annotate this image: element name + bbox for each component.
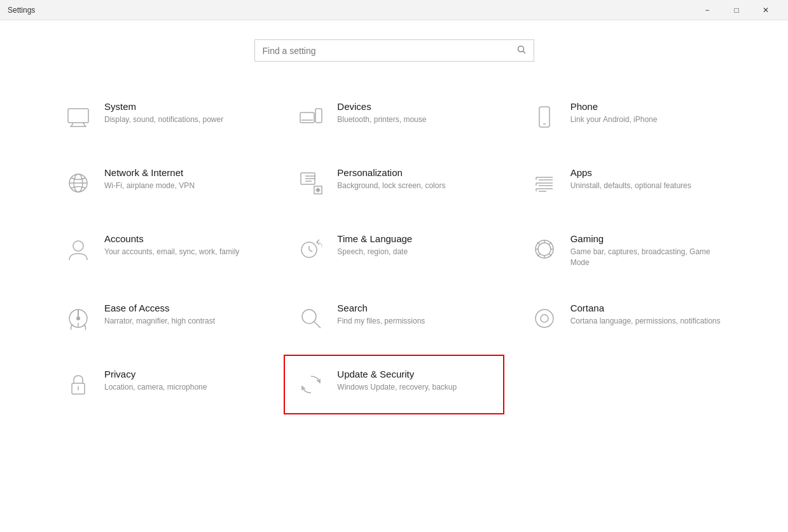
svg-line-4 xyxy=(83,123,85,126)
setting-item-apps[interactable]: Apps Uninstall, defaults, optional featu… xyxy=(517,153,737,213)
setting-desc-update: Windows Update, recovery, backup xyxy=(337,382,492,393)
svg-point-39 xyxy=(541,315,548,322)
setting-item-time[interactable]: Time & Language Speech, region, date xyxy=(284,219,504,282)
setting-desc-gaming: Game bar, captures, broadcasting, Game M… xyxy=(570,247,726,268)
setting-title-network: Network & Internet xyxy=(104,167,259,178)
apps-icon xyxy=(529,167,560,199)
setting-desc-apps: Uninstall, defaults, optional features xyxy=(570,181,726,191)
maximize-button[interactable]: □ xyxy=(722,0,751,20)
setting-item-network[interactable]: Network & Internet Wi-Fi, airplane mode,… xyxy=(51,153,271,213)
setting-text-personalization: Personalization Background, lock screen,… xyxy=(337,167,492,191)
setting-desc-devices: Bluetooth, printers, mouse xyxy=(337,114,492,125)
setting-desc-privacy: Location, camera, microphone xyxy=(104,382,259,393)
setting-title-time: Time & Language xyxy=(337,233,492,244)
window-controls: − □ ✕ xyxy=(693,0,780,20)
minimize-button[interactable]: − xyxy=(693,0,722,20)
cortana-icon xyxy=(529,303,560,334)
setting-item-phone[interactable]: Phone Link your Android, iPhone xyxy=(517,87,737,147)
setting-desc-search: Find my files, permissions xyxy=(337,316,492,327)
settings-grid: System Display, sound, notifications, po… xyxy=(51,87,737,414)
setting-item-ease[interactable]: Ease of Access Narrator, magnifier, high… xyxy=(51,289,271,348)
setting-title-phone: Phone xyxy=(570,101,726,112)
privacy-icon xyxy=(62,369,94,400)
setting-text-time: Time & Language Speech, region, date xyxy=(337,233,492,257)
setting-text-devices: Devices Bluetooth, printers, mouse xyxy=(337,101,492,125)
setting-item-accounts[interactable]: Accounts Your accounts, email, sync, wor… xyxy=(51,219,271,282)
phone-icon xyxy=(529,101,560,133)
search-icon xyxy=(517,45,526,56)
setting-title-devices: Devices xyxy=(337,101,492,112)
setting-text-apps: Apps Uninstall, defaults, optional featu… xyxy=(570,167,726,191)
setting-item-personalization[interactable]: Personalization Background, lock screen,… xyxy=(284,153,504,213)
setting-text-update: Update & Security Windows Update, recove… xyxy=(337,369,492,393)
setting-text-search: Search Find my files, permissions xyxy=(337,303,492,327)
setting-desc-personalization: Background, lock screen, colors xyxy=(337,181,492,191)
search-container xyxy=(51,39,737,62)
time-icon xyxy=(295,233,327,265)
setting-title-privacy: Privacy xyxy=(104,369,259,379)
setting-title-personalization: Personalization xyxy=(337,167,492,178)
svg-line-1 xyxy=(523,51,525,54)
search-input[interactable] xyxy=(263,46,517,56)
app-title: Settings xyxy=(8,6,35,15)
setting-text-phone: Phone Link your Android, iPhone xyxy=(570,101,726,125)
setting-title-gaming: Gaming xyxy=(570,233,726,244)
svg-point-35 xyxy=(76,317,80,320)
search-icon xyxy=(295,303,327,334)
svg-point-38 xyxy=(536,310,553,327)
setting-text-network: Network & Internet Wi-Fi, airplane mode,… xyxy=(104,167,259,191)
search-box xyxy=(254,39,534,62)
update-icon xyxy=(295,369,327,400)
setting-desc-network: Wi-Fi, airplane mode, VPN xyxy=(104,181,259,191)
setting-title-accounts: Accounts xyxy=(104,233,259,244)
setting-item-update[interactable]: Update & Security Windows Update, recove… xyxy=(284,355,504,414)
devices-icon xyxy=(295,101,327,133)
setting-title-cortana: Cortana xyxy=(570,303,726,313)
svg-point-0 xyxy=(518,46,523,52)
setting-desc-phone: Link your Android, iPhone xyxy=(570,114,726,125)
setting-text-cortana: Cortana Cortana language, permissions, n… xyxy=(570,303,726,327)
personalization-icon xyxy=(295,167,327,199)
svg-line-30 xyxy=(309,250,312,252)
title-bar: Settings − □ ✕ xyxy=(0,0,788,20)
gaming-icon xyxy=(529,233,560,265)
svg-rect-7 xyxy=(315,109,322,123)
setting-desc-accounts: Your accounts, email, sync, work, family xyxy=(104,247,259,257)
setting-item-system[interactable]: System Display, sound, notifications, po… xyxy=(51,87,271,147)
setting-text-ease: Ease of Access Narrator, magnifier, high… xyxy=(104,303,259,327)
accounts-icon xyxy=(62,233,94,265)
svg-line-3 xyxy=(71,123,73,126)
svg-line-37 xyxy=(314,322,321,328)
setting-item-privacy[interactable]: Privacy Location, camera, microphone xyxy=(51,355,271,414)
setting-item-cortana[interactable]: Cortana Cortana language, permissions, n… xyxy=(517,289,737,348)
setting-title-apps: Apps xyxy=(570,167,726,178)
close-button[interactable]: ✕ xyxy=(751,0,780,20)
setting-desc-ease: Narrator, magnifier, high contrast xyxy=(104,316,259,327)
setting-item-devices[interactable]: Devices Bluetooth, printers, mouse xyxy=(284,87,504,147)
system-icon xyxy=(62,101,94,133)
setting-desc-cortana: Cortana language, permissions, notificat… xyxy=(570,316,726,327)
svg-point-27 xyxy=(73,241,83,251)
setting-text-privacy: Privacy Location, camera, microphone xyxy=(104,369,259,393)
setting-text-system: System Display, sound, notifications, po… xyxy=(104,101,259,125)
setting-text-gaming: Gaming Game bar, captures, broadcasting,… xyxy=(570,233,726,268)
main-content: System Display, sound, notifications, po… xyxy=(0,20,788,532)
svg-rect-6 xyxy=(300,113,314,123)
setting-title-ease: Ease of Access xyxy=(104,303,259,313)
setting-item-search[interactable]: Search Find my files, permissions xyxy=(284,289,504,348)
setting-item-gaming[interactable]: Gaming Game bar, captures, broadcasting,… xyxy=(517,219,737,282)
svg-rect-2 xyxy=(68,109,88,123)
setting-desc-time: Speech, region, date xyxy=(337,247,492,257)
ease-icon xyxy=(62,303,94,334)
setting-title-search: Search xyxy=(337,303,492,313)
network-icon xyxy=(62,167,94,199)
setting-title-update: Update & Security xyxy=(337,369,492,379)
setting-desc-system: Display, sound, notifications, power xyxy=(104,114,259,125)
setting-text-accounts: Accounts Your accounts, email, sync, wor… xyxy=(104,233,259,257)
svg-point-36 xyxy=(302,310,316,324)
setting-title-system: System xyxy=(104,101,259,112)
